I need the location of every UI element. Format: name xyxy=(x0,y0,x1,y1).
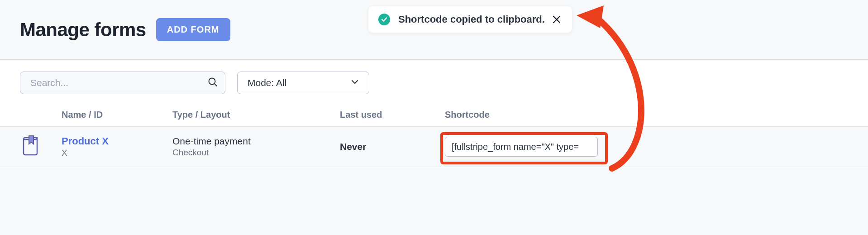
form-type-icon xyxy=(20,135,62,158)
col-name: Name / ID xyxy=(62,110,172,120)
form-name-link[interactable]: Product X xyxy=(62,135,109,147)
col-lastused: Last used xyxy=(340,110,445,120)
type-cell: One-time payment Checkout xyxy=(172,136,340,158)
table-row: Product X X One-time payment Checkout Ne… xyxy=(0,126,868,167)
form-layout: Checkout xyxy=(172,148,340,158)
last-used-cell: Never xyxy=(340,141,445,152)
form-type: One-time payment xyxy=(172,136,340,147)
filter-bar: Mode: All xyxy=(0,60,868,110)
add-form-button[interactable]: ADD FORM xyxy=(156,18,230,41)
shortcode-cell xyxy=(445,137,626,157)
page-title: Manage forms xyxy=(20,19,146,41)
toast-message: Shortcode copied to clipboard. xyxy=(398,14,551,25)
chevron-down-icon xyxy=(351,77,359,88)
shortcode-input[interactable] xyxy=(445,137,598,157)
checkmark-icon xyxy=(378,14,390,25)
content-card: Mode: All Name / ID Type / Layout Last u… xyxy=(0,59,868,167)
col-type: Type / Layout xyxy=(172,110,340,120)
table-header: Name / ID Type / Layout Last used Shortc… xyxy=(0,110,868,126)
form-id: X xyxy=(62,148,172,158)
toast-notification: Shortcode copied to clipboard. xyxy=(368,6,572,33)
search-input[interactable] xyxy=(20,72,225,94)
svg-line-1 xyxy=(215,84,217,86)
col-shortcode: Shortcode xyxy=(445,110,626,120)
close-icon[interactable] xyxy=(551,14,562,25)
mode-select-label: Mode: All xyxy=(248,77,286,88)
mode-select[interactable]: Mode: All xyxy=(237,72,369,94)
name-cell: Product X X xyxy=(62,135,172,158)
search-wrapper xyxy=(20,72,225,94)
search-icon xyxy=(207,77,218,89)
